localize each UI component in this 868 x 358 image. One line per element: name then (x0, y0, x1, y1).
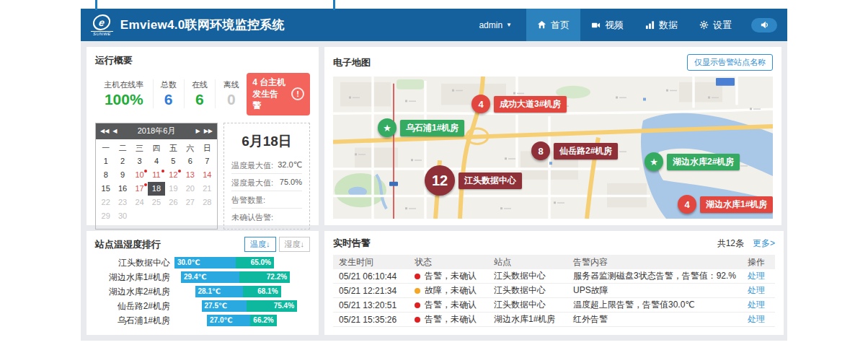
calendar-day[interactable]: 25 (148, 196, 164, 209)
calendar-day[interactable]: 20 (182, 182, 198, 196)
next-month-icon[interactable]: ▶ (196, 128, 200, 134)
calendar-day[interactable]: 27 (182, 196, 198, 209)
column-header-站点: 站点 (488, 256, 567, 268)
prev-month-icon[interactable]: ◀ (112, 128, 117, 134)
calendar-day[interactable]: 18 (148, 182, 164, 196)
temperature-bar: 28.1℃ (195, 286, 244, 297)
ranking-row: 乌石浦1#机房27.0℃66.2% (95, 315, 310, 326)
map-marker-乌石浦1#机房[interactable]: ★乌石浦1#机房 (378, 118, 464, 137)
nav-item-label: 视频 (605, 19, 624, 32)
calendar-day[interactable]: 26 (165, 196, 182, 209)
status-dot-icon (415, 302, 420, 308)
ranking-row: 仙岳路2#机房27.5℃75.4% (95, 300, 310, 312)
calendar-day[interactable]: 14 (199, 168, 216, 182)
calendar-day[interactable]: 1 (97, 154, 114, 168)
map-area[interactable]: 4成功大道3#机房★乌石浦1#机房8仙岳路2#机房12江头数据中心★湖边水库2#… (333, 77, 773, 219)
nav-item-data[interactable]: 数据 (634, 9, 688, 41)
ranking-row: 湖边水库1#机房29.4℃72.2% (95, 271, 310, 283)
ranking-bars: 28.1℃68.1% (174, 286, 310, 297)
column-header-发生时间: 发生时间 (333, 256, 409, 268)
status-dot-icon (415, 274, 420, 279)
sound-button[interactable] (751, 18, 777, 32)
day-detail-row: 告警数量: (231, 191, 302, 209)
map-marker-湖边水库1#机房[interactable]: 4湖边水库1#机房 (678, 195, 773, 214)
map-marker-湖边水库2#机房[interactable]: ★湖边水库2#机房 (645, 152, 740, 171)
sort-button-温度↓[interactable]: 温度↓ (244, 237, 276, 252)
calendar-day[interactable]: 21 (199, 182, 216, 196)
calendar-day[interactable]: 12 (165, 168, 182, 182)
station-alarm-count: 4 (678, 195, 696, 214)
calendar-day[interactable]: 16 (114, 182, 130, 196)
user-menu[interactable]: admin ▼ (479, 20, 512, 30)
calendar-day[interactable]: 24 (131, 196, 148, 209)
main-nav: 首页视频数据设置 (526, 9, 743, 41)
calendar-day[interactable]: 9 (114, 168, 130, 182)
handle-link[interactable]: 处理 (748, 300, 765, 310)
sort-button-湿度↓[interactable]: 湿度↓ (279, 237, 311, 252)
show-alarm-stations-button[interactable]: 仅显示告警站点名称 (687, 54, 773, 71)
calendar-day[interactable]: 4 (148, 154, 164, 168)
calendar-grid: 一二三四五六日123456789101112131415161718192021… (96, 139, 217, 226)
alert-status-text: 告警，未确认 (425, 271, 477, 281)
calendar-day[interactable]: 19 (165, 182, 182, 196)
handle-link[interactable]: 处理 (748, 271, 765, 281)
day-detail-row: 湿度最大值:75.0% (231, 174, 302, 191)
day-detail-row: 温度最大值:32.0℃ (231, 157, 302, 174)
map-marker-江头数据中心[interactable]: 12江头数据中心 (425, 165, 522, 196)
calendar-day[interactable]: 29 (97, 209, 114, 223)
humidity-bar: 72.2% (239, 271, 290, 283)
calendar-day[interactable]: 8 (97, 168, 114, 182)
calendar-day[interactable]: 28 (199, 196, 216, 209)
calendar-day[interactable]: 10 (131, 168, 148, 182)
calendar-day[interactable]: 2 (114, 154, 130, 168)
day-detail-label: 温度最大值: (231, 160, 273, 171)
alert-action-cell: 处理 (742, 313, 775, 326)
calendar-day[interactable]: 11 (148, 168, 164, 182)
calendar-day[interactable]: 15 (97, 182, 114, 196)
alert-dot-icon (178, 170, 181, 173)
station-name-label: 仙岳路2#机房 (554, 143, 618, 160)
alert-content: 红外告警 (567, 313, 742, 326)
station-alarm-count: 8 (531, 141, 550, 160)
next-year-icon[interactable]: ▶▶ (204, 128, 213, 134)
alerts-table: 发生时间状态站点告警内容操作05/21 06:10:44告警，未确认江头数据中心… (333, 255, 775, 327)
alert-content: 服务器监测磁盘3状态告警，告警值：92.% (567, 270, 742, 282)
host-alarm-text: 4 台主机发生告警 (252, 77, 286, 112)
calendar-day[interactable]: 22 (97, 196, 114, 209)
weekday-label: 二 (114, 141, 130, 154)
calendar-day[interactable]: 6 (182, 154, 198, 168)
host-alarm-line2: 发生告警 (252, 88, 286, 111)
alert-row: 05/21 13:20:51告警，未确认江头数据中心温度超上限告警，告警值30.… (333, 298, 775, 313)
nav-item-video[interactable]: 视频 (580, 9, 634, 41)
alerts-more-link[interactable]: 更多> (753, 237, 775, 250)
calendar-day[interactable]: 17 (131, 182, 148, 196)
day-detail-label: 告警数量: (231, 195, 265, 206)
station-alarm-count: 12 (425, 165, 455, 196)
caret-down-icon: ▼ (506, 22, 512, 28)
calendar-day[interactable]: 30 (114, 209, 130, 223)
nav-item-home[interactable]: 首页 (526, 9, 580, 41)
map-marker-成功大道3#机房[interactable]: 4成功大道3#机房 (471, 95, 567, 113)
calendar-day[interactable]: 5 (165, 154, 182, 168)
prev-year-icon[interactable]: ◀◀ (100, 128, 109, 134)
stat-label: 离线 (217, 79, 245, 90)
calendar-day[interactable]: 13 (182, 168, 198, 182)
calendar-day[interactable]: 23 (114, 196, 130, 209)
nav-item-settings[interactable]: 设置 (688, 9, 743, 41)
stat-在线: 在线6 (185, 79, 216, 108)
handle-link[interactable]: 处理 (748, 285, 765, 295)
station-alarm-count: 4 (471, 95, 490, 113)
title-accent-bar (95, 0, 97, 10)
handle-link[interactable]: 处理 (748, 314, 765, 324)
calendar-day[interactable]: 3 (131, 154, 148, 168)
calendar-day[interactable]: 7 (199, 154, 216, 168)
logo-brand: SUNWE (91, 31, 113, 36)
stat-value: 100% (97, 91, 151, 108)
map-marker-仙岳路2#机房[interactable]: 8仙岳路2#机房 (531, 141, 618, 160)
calendar-month-label: 2018年6月 (120, 126, 192, 136)
alert-station: 湖边水库1#机房 (488, 313, 567, 326)
alert-status: 告警，未确认 (409, 270, 488, 282)
host-alarm-banner[interactable]: 4 台主机发生告警! (247, 73, 310, 115)
temperature-bar: 30.0℃ (174, 257, 236, 268)
day-detail-card: 6月18日 温度最大值:32.0℃湿度最大值:75.0%告警数量:未确认告警: (223, 123, 310, 230)
